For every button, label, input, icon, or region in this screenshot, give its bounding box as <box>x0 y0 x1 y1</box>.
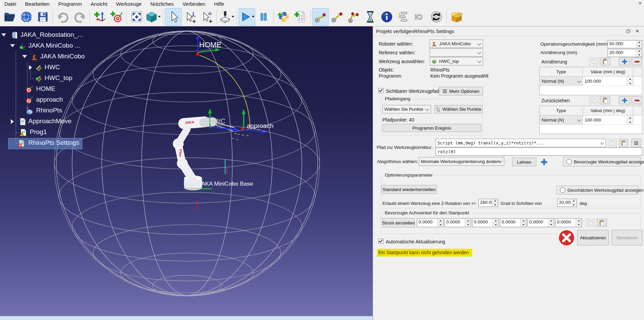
step-spinner[interactable]: 20.00 <box>557 199 577 207</box>
add-python-script-button[interactable] <box>275 8 292 26</box>
remove-retract-row-button[interactable] <box>632 96 642 104</box>
view-dropdown-arrow-icon[interactable] <box>158 16 161 18</box>
simulation-speed-button[interactable] <box>362 8 378 26</box>
tree-item-robot[interactable]: JAKA MiniCobo <box>0 52 90 62</box>
menu-datei[interactable]: Datei <box>0 1 21 7</box>
3d-viewport[interactable]: HOME HWC approach JAKA MiniCobo Base JAK… <box>0 26 373 320</box>
move-reference-button[interactable] <box>182 8 198 26</box>
table-empty-row[interactable] <box>540 125 642 134</box>
tree-item-approach-target[interactable]: approach <box>0 96 90 105</box>
expander-down-icon[interactable] <box>22 55 27 58</box>
sync-button[interactable] <box>428 8 445 26</box>
tcp-dropdown-arrow-icon[interactable] <box>232 16 234 18</box>
joint-5-spinner[interactable]: 0.0000 <box>528 218 554 227</box>
machining-project-button[interactable] <box>345 8 362 26</box>
simulate-button[interactable]: Simulieren <box>612 230 642 245</box>
io-button[interactable] <box>411 8 428 26</box>
more-options-button[interactable]: Mehr Optionen <box>439 87 483 96</box>
tool-select-dropdown[interactable]: HWC_top <box>430 57 483 65</box>
approach-type-dropdown[interactable]: Normal (N) <box>540 77 583 86</box>
add-algorithm-icon[interactable] <box>540 158 548 166</box>
curve-follow-project-button[interactable] <box>312 8 329 26</box>
preferred-toolpath-radio[interactable]: Bevorzugte Werkzeugpfad anzeigen <box>563 157 641 166</box>
retract-value-spinner[interactable]: 100.000 <box>583 115 633 125</box>
menu-verbinden[interactable]: Verbinden <box>178 1 210 7</box>
viewport-scrollbar[interactable] <box>0 316 373 320</box>
tree-item-reference-frame[interactable]: JAKA MiniCobo ... <box>0 42 90 51</box>
menu-bearbeiten[interactable]: Bearbeiten <box>21 1 54 7</box>
add-target-button[interactable] <box>108 8 125 26</box>
joint-4-spinner[interactable]: 0.0000 <box>500 218 527 227</box>
menu-werkzeuge[interactable]: Werkzeuge <box>112 1 146 7</box>
tree-item-rhinopts-object[interactable]: RhinoPts <box>0 106 90 116</box>
spinner-buttons[interactable] <box>548 219 554 227</box>
tree-item-station[interactable]: JAKA_Robostation_... <box>0 31 90 40</box>
package-button[interactable] <box>448 8 465 26</box>
spinner-buttons[interactable] <box>437 219 443 227</box>
registers-button[interactable] <box>395 8 411 26</box>
paste-joints-button[interactable] <box>597 219 607 227</box>
select-mode-button[interactable] <box>165 8 182 26</box>
select-points-button[interactable]: Wählen Sie Punkte <box>434 105 483 113</box>
undo-button[interactable] <box>55 8 71 26</box>
approach-value-spinner[interactable]: 100.000 <box>583 77 633 86</box>
fit-view-button[interactable] <box>128 8 145 26</box>
pause-button[interactable] <box>255 8 272 26</box>
joint-2-spinner[interactable]: 0.0000 <box>445 218 471 227</box>
add-retract-row-button[interactable] <box>619 96 630 104</box>
tree-item-home-target[interactable]: HOME <box>0 85 90 94</box>
menu-ansicht[interactable]: Ansicht <box>86 1 112 7</box>
tree-item-rhinopts-settings[interactable]: RhinoPts Settings <box>0 139 90 148</box>
tool-correction-preset-dropdown[interactable]: Script (mm,deg) transl(x,y,z)*rotz(rz)*.… <box>435 139 606 147</box>
spinner-buttons[interactable] <box>465 219 471 227</box>
redo-button[interactable] <box>71 8 88 26</box>
simulate-play-button[interactable] <box>239 8 255 26</box>
table-empty-row[interactable] <box>540 86 642 96</box>
info-button[interactable] <box>378 8 395 26</box>
restore-defaults-button[interactable]: Standard wiederherstellen <box>381 185 437 194</box>
approach-mm-spinner[interactable]: 20.000 <box>608 49 642 57</box>
remove-approach-row-button[interactable] <box>632 57 642 65</box>
tree-item-hwc-tool[interactable]: HWC <box>0 63 90 73</box>
tool-correction-input[interactable]: rotz(0) <box>435 148 642 156</box>
float-panel-icon[interactable] <box>626 29 630 33</box>
set-current-joints-button[interactable]: Strom einstellen <box>382 218 415 228</box>
spinner-buttons[interactable] <box>492 219 499 227</box>
tcp-calibrate-button[interactable] <box>218 8 235 26</box>
estimated-toolpath-radio[interactable]: Geschätzten Werkzeugpfad anzeigen <box>557 186 639 194</box>
point-follow-project-button[interactable] <box>329 8 345 26</box>
spinner-buttons[interactable] <box>520 219 526 227</box>
expander-down-icon[interactable] <box>1 33 6 36</box>
save-station-button[interactable] <box>34 8 51 26</box>
move-tool-button[interactable] <box>198 8 215 26</box>
path-input-mode-dropdown[interactable]: Wählen Sie Punkte <box>382 105 431 113</box>
menu-nuetzliches[interactable]: Nützliches <box>146 1 178 7</box>
spinner-buttons[interactable] <box>627 77 633 86</box>
tree-item-prog1-program[interactable]: Prog1 <box>0 128 90 137</box>
retract-type-dropdown[interactable]: Normal (N) <box>540 115 583 125</box>
expander-right-icon[interactable] <box>11 119 14 124</box>
tree-item-hwc-top-tool[interactable]: HWC_top <box>0 74 90 83</box>
spinner-buttons[interactable] <box>636 41 642 48</box>
window-close-icon[interactable]: ✕ <box>638 1 642 6</box>
paste-retract-button[interactable] <box>600 96 610 104</box>
play-dropdown-arrow-icon[interactable] <box>252 16 254 18</box>
expander-down-icon[interactable] <box>10 44 15 47</box>
panel-title-bar[interactable]: Projekt verfolgenRhinoPts Settings ✕ <box>373 27 644 36</box>
joint-3-spinner[interactable]: 0.0000 <box>472 218 499 227</box>
algorithm-dropdown[interactable]: Minimale Werkzeugorientierung ändern <box>419 157 504 166</box>
close-panel-icon[interactable]: ✕ <box>635 28 639 34</box>
auto-update-checkbox[interactable] <box>378 239 383 244</box>
menu-hilfe[interactable]: Hilfe <box>210 1 229 7</box>
joint-1-spinner[interactable]: 0.0000 <box>417 218 444 227</box>
menu-programm[interactable]: Programm <box>54 1 86 7</box>
add-approach-row-button[interactable] <box>619 57 630 65</box>
operation-speed-spinner[interactable]: 50.000 <box>608 40 642 48</box>
spinner-buttons[interactable] <box>575 219 582 227</box>
program-event-button[interactable]: Programm Ereginis <box>382 124 481 132</box>
update-button[interactable]: Aktualisieren <box>577 230 609 245</box>
add-program-button[interactable] <box>292 8 308 26</box>
open-station-button[interactable] <box>1 8 18 26</box>
teach-button[interactable]: Lehren <box>512 158 536 166</box>
library-online-button[interactable] <box>18 8 34 26</box>
